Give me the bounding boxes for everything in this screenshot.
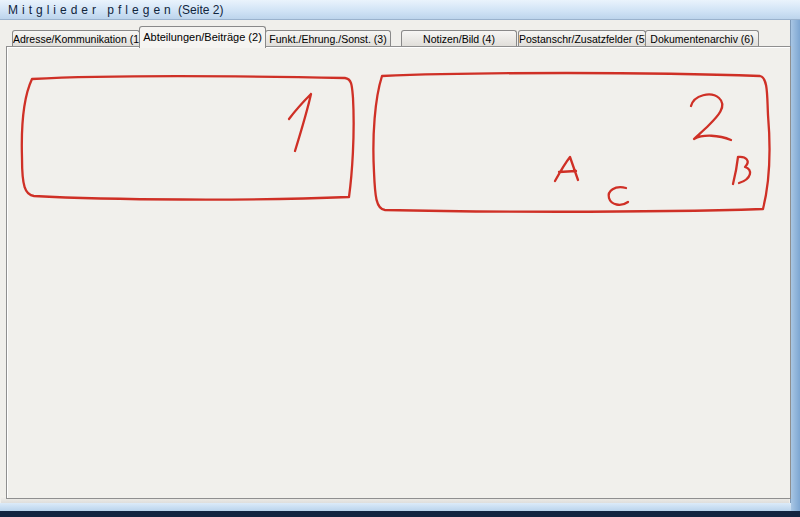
window-title: Mitglieder pflegen (Seite 2) [8,3,223,17]
dialog-panel [6,46,791,499]
window-bottom-border [0,503,791,511]
tab-2[interactable]: Abteilungen/Beiträge (2) [139,26,266,48]
desktop-edge-right [791,20,800,517]
window-title-text: Mitglieder pflegen [8,3,175,17]
title-bar: Mitglieder pflegen (Seite 2) [0,0,800,20]
taskbar-edge [0,511,800,517]
window-title-suffix: (Seite 2) [178,3,223,17]
